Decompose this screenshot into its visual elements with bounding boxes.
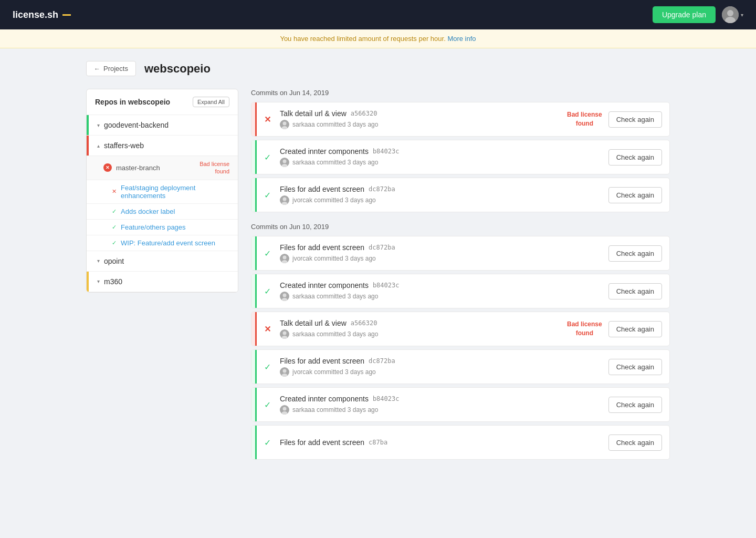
commits-date-jun14: Commits on Jun 14, 2019: [251, 89, 670, 97]
commit-author: jvorcak committed 3 days ago: [292, 255, 376, 262]
check-again-button-c6[interactable]: Check again: [608, 321, 662, 337]
content-split: Repos in webscopeio Expand All ▾ goodeve…: [86, 89, 670, 463]
check-again-button-c4[interactable]: Check again: [608, 245, 662, 262]
repo-header-goodevent[interactable]: ▾ goodevent-backend: [87, 115, 238, 135]
commit-meta: jvorcak committed 3 days ago: [280, 254, 602, 263]
commit-x-icon: ✕: [264, 115, 271, 125]
commit-title-row: Talk detail url & view a566320: [280, 109, 554, 118]
sub-branch-name: WIP: Feature/add event screen: [121, 239, 215, 247]
logo-dash: [62, 14, 71, 16]
sub-branch-feat-staging[interactable]: ✕ Feat/staging deployment enhancements: [87, 180, 238, 203]
commit-author: sarkaaa committed 3 days ago: [292, 330, 378, 338]
check-again-button-c9[interactable]: Check again: [608, 434, 662, 451]
commit-card-c8: ✓ Created innter components b84023c sark…: [251, 387, 670, 422]
repo-item-staffers: ▴ staffers-web ✕ master-branch Bad licen…: [87, 136, 238, 251]
commit-author: jvorcak committed 3 days ago: [292, 368, 376, 376]
commit-hash: dc872ba: [369, 357, 395, 365]
check-again-button-c2[interactable]: Check again: [608, 149, 662, 165]
commit-title: Created innter components: [280, 395, 369, 403]
repo-indicator-red: [87, 136, 89, 156]
header: license.sh Upgrade plan ▾: [0, 0, 756, 29]
back-arrow-icon: ←: [94, 65, 100, 73]
commit-hash: b84023c: [373, 395, 400, 402]
back-button[interactable]: ← Projects: [86, 61, 136, 76]
commit-author: jvorcak committed 3 days ago: [292, 196, 376, 204]
repo-item-goodevent: ▾ goodevent-backend: [87, 115, 238, 136]
commit-info-c7: Files for add event screen dc872ba jvorc…: [278, 350, 608, 383]
commit-author: sarkaaa committed 3 days ago: [292, 293, 378, 300]
repo-name-staffers: staffers-web: [104, 141, 144, 150]
commit-avatar: [280, 254, 289, 263]
commit-info-c6: Talk detail url & view a566320 sarkaaa c…: [278, 313, 561, 345]
commit-x-icon: ✕: [264, 324, 271, 334]
commit-status-bar-good: [251, 178, 257, 212]
repo-indicator-none: [87, 251, 89, 271]
sub-branch-name: Feat/staging deployment enhancements: [121, 184, 229, 200]
commit-meta: jvorcak committed 3 days ago: [280, 195, 602, 205]
sub-branch-name: Feature/others pages: [121, 223, 186, 231]
commit-hash: dc872ba: [369, 185, 395, 193]
commit-info-c8: Created innter components b84023c sarkaa…: [278, 388, 608, 421]
banner-more-link[interactable]: More info: [447, 35, 476, 43]
user-menu[interactable]: ▾: [722, 6, 743, 23]
commit-title: Created innter components: [280, 147, 369, 156]
commit-meta: sarkaaa committed 3 days ago: [280, 158, 602, 167]
repo-item-opoint: ▾ opoint: [87, 251, 238, 272]
commits-section-jun14: Commits on Jun 14, 2019 ✕ Talk detail ur…: [251, 89, 670, 212]
commit-check-icon: ✓: [264, 438, 271, 448]
repo-header-m360[interactable]: ▾ m360: [87, 272, 238, 292]
check-again-button-c5[interactable]: Check again: [608, 283, 662, 299]
commit-icon-area: ✓: [257, 190, 278, 200]
repo-name-goodevent: goodevent-backend: [104, 121, 169, 129]
sub-branch-check-icon: ✓: [112, 224, 117, 231]
check-again-button-c8[interactable]: Check again: [608, 397, 662, 413]
header-right: Upgrade plan ▾: [653, 6, 743, 23]
commit-meta: sarkaaa committed 3 days ago: [280, 405, 602, 415]
check-again-button-c1[interactable]: Check again: [608, 111, 662, 128]
commit-bad-label-c6: Bad licensefound: [561, 320, 608, 338]
commit-title-row: Created innter components b84023c: [280, 395, 602, 403]
sidebar-title: Repos in webscopeio: [95, 98, 170, 106]
repo-header-opoint[interactable]: ▾ opoint: [87, 251, 238, 271]
commit-hash: a566320: [351, 319, 377, 327]
sidebar-header: Repos in webscopeio Expand All: [87, 89, 238, 115]
commit-status-bar-good: [251, 388, 257, 421]
expand-all-button[interactable]: Expand All: [193, 97, 229, 107]
commit-card-c6: ✕ Talk detail url & view a566320 sarkaaa…: [251, 312, 670, 346]
commit-meta: sarkaaa committed 3 days ago: [280, 292, 602, 301]
sub-branch-others[interactable]: ✓ Feature/others pages: [87, 219, 238, 235]
commit-info-c2: Created innter components b84023c sarkaa…: [278, 141, 608, 173]
rate-limit-banner: You have reached limited amount of reque…: [0, 29, 756, 48]
sub-branch-name: Adds docker label: [121, 208, 175, 215]
commit-card-c1: ✕ Talk detail url & view a566320 sarkaaa…: [251, 102, 670, 137]
commit-title-row: Files for add event screen dc872ba: [280, 243, 602, 252]
main-container: ← Projects webscopeio Repos in webscopei…: [74, 48, 682, 475]
avatar-image: [722, 6, 739, 23]
commit-avatar: [280, 120, 289, 129]
commit-status-bar-bad: [251, 312, 257, 346]
chevron-up-icon: ▴: [97, 143, 100, 149]
commit-info-c3: Files for add event screen dc872ba jvorc…: [278, 179, 608, 211]
repo-header-staffers[interactable]: ▴ staffers-web: [87, 136, 238, 156]
commit-status-bar-good: [251, 350, 257, 384]
upgrade-button[interactable]: Upgrade plan: [653, 6, 716, 23]
branches-container-staffers: ✕ master-branch Bad licensefound ✕ Feat/…: [87, 156, 238, 251]
check-again-button-c7[interactable]: Check again: [608, 359, 662, 375]
commit-title-row: Files for add event screen c87ba: [280, 438, 602, 447]
branch-status-bad-icon: ✕: [103, 163, 112, 172]
commit-avatar: [280, 292, 289, 301]
sub-branch-wip[interactable]: ✓ WIP: Feature/add event screen: [87, 235, 238, 251]
check-again-button-c3[interactable]: Check again: [608, 187, 662, 203]
sub-branch-bad-icon: ✕: [112, 188, 117, 195]
svg-point-25: [283, 407, 287, 411]
commit-title: Talk detail url & view: [280, 319, 346, 327]
page-title: webscopeio: [144, 62, 211, 76]
commit-title-row: Created innter components b84023c: [280, 147, 602, 156]
commit-info-c9: Files for add event screen c87ba: [278, 432, 608, 453]
commit-status-bar-bad: [251, 102, 257, 136]
commit-hash: a566320: [351, 110, 377, 117]
sub-branch-docker[interactable]: ✓ Adds docker label: [87, 203, 238, 219]
svg-point-1: [727, 10, 733, 16]
commit-icon-area: ✕: [257, 115, 278, 125]
commit-check-icon: ✓: [264, 249, 271, 258]
